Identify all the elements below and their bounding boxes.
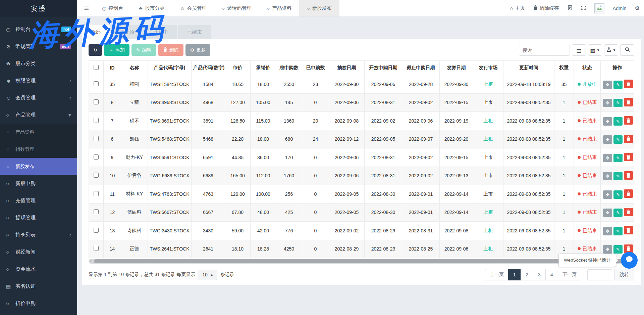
sidebar-item[interactable]: ☺会员管理‹	[0, 89, 77, 106]
sidebar-item[interactable]: ○持仓列表‹	[0, 226, 77, 243]
columns-button[interactable]: ▦▼	[588, 44, 602, 56]
row-edit-button[interactable]: ✎	[613, 99, 623, 107]
row-edit-button[interactable]: ✎	[613, 81, 623, 89]
cell-market[interactable]: 上柜	[473, 112, 503, 130]
row-checkbox[interactable]	[94, 81, 99, 86]
page-number-button[interactable]: 4	[545, 269, 558, 280]
copy-page-icon[interactable]	[568, 5, 573, 11]
sidebar-item[interactable]: ○折价申购	[0, 295, 77, 312]
topnav-item[interactable]: ☘股市分类	[131, 0, 172, 16]
row-edit-button[interactable]: ✎	[613, 154, 623, 162]
more-button[interactable]: ⚙更多	[185, 44, 211, 56]
row-move-button[interactable]: ✥	[603, 81, 612, 89]
cell-market[interactable]: 上柜	[473, 203, 503, 222]
page-number-button[interactable]: 1	[508, 269, 521, 280]
row-delete-button[interactable]	[624, 226, 633, 234]
per-page-select[interactable]: 10 ▲	[199, 270, 217, 280]
scrollbar-thumb[interactable]	[94, 259, 629, 263]
row-edit-button[interactable]: ✎	[613, 172, 623, 180]
row-delete-button[interactable]	[624, 80, 633, 88]
row-delete-button[interactable]	[624, 135, 633, 143]
row-checkbox[interactable]	[94, 246, 99, 251]
filter-tab[interactable]: 未开始	[111, 25, 144, 39]
export-button[interactable]: ▼	[604, 44, 618, 56]
detail-view-button[interactable]: ▤	[572, 44, 586, 56]
row-delete-button[interactable]	[624, 98, 633, 106]
sidebar-item[interactable]: ☘股市分类	[0, 55, 77, 72]
sidebar-item[interactable]: ○产品资料	[0, 124, 77, 141]
horizontal-scrollbar[interactable]: ‹ ›	[89, 259, 634, 264]
cell-market[interactable]: 上柜	[473, 75, 503, 94]
sidebar-item[interactable]: ○指数管理	[0, 141, 77, 158]
topnav-item[interactable]: ○新股发布	[299, 0, 339, 16]
filter-tab[interactable]: 全部	[82, 25, 110, 39]
cell-market[interactable]: 上柜	[473, 222, 503, 240]
row-delete-button[interactable]	[624, 171, 633, 180]
row-move-button[interactable]: ✥	[603, 135, 612, 144]
row-delete-button[interactable]	[624, 116, 633, 125]
next-page-button[interactable]: 下一页	[558, 269, 581, 280]
row-move-button[interactable]: ✥	[603, 245, 612, 254]
row-edit-button[interactable]: ✎	[613, 227, 623, 235]
settings-gears-icon[interactable]: ⚙	[635, 5, 640, 11]
topnav-item[interactable]: ○邀请码管理	[214, 0, 259, 16]
row-checkbox[interactable]	[94, 228, 99, 233]
scroll-left-icon[interactable]: ‹	[89, 258, 93, 263]
row-delete-button[interactable]	[624, 153, 633, 161]
row-checkbox[interactable]	[94, 118, 99, 123]
row-move-button[interactable]: ✥	[603, 99, 612, 107]
clear-cache-link[interactable]: 清除缓存	[533, 5, 559, 11]
sidebar-item[interactable]: ○财经新闻	[0, 243, 77, 261]
row-checkbox[interactable]	[94, 191, 99, 196]
row-checkbox[interactable]	[94, 136, 99, 141]
row-move-button[interactable]: ✥	[603, 172, 612, 180]
page-number-button[interactable]: 2	[521, 269, 533, 280]
row-delete-button[interactable]	[624, 244, 633, 253]
edit-button[interactable]: ✎编辑	[131, 44, 156, 56]
row-move-button[interactable]: ✥	[603, 190, 612, 199]
row-edit-button[interactable]: ✎	[613, 117, 623, 126]
row-move-button[interactable]: ✥	[603, 209, 612, 217]
page-number-button[interactable]: 3	[533, 269, 546, 280]
cell-market[interactable]: 上柜	[473, 240, 503, 258]
prev-page-button[interactable]: 上一页	[485, 269, 508, 280]
row-delete-button[interactable]	[624, 208, 633, 216]
sidebar-item[interactable]: ○产品管理▾	[0, 106, 77, 124]
row-move-button[interactable]: ✥	[603, 227, 612, 235]
sidebar-item[interactable]: ○提现管理	[0, 209, 77, 226]
username[interactable]: Admin	[613, 6, 627, 11]
jump-button[interactable]: 跳转	[614, 269, 634, 280]
jump-page-input[interactable]	[587, 269, 612, 280]
sidebar-item[interactable]: ○充值管理	[0, 192, 77, 209]
sidebar-item[interactable]: ☻权限管理‹	[0, 72, 77, 89]
home-link[interactable]: ⌂ 主页	[510, 5, 525, 11]
fullscreen-icon[interactable]	[581, 5, 586, 11]
avatar[interactable]	[594, 3, 604, 13]
row-checkbox[interactable]	[94, 173, 99, 178]
filter-tab[interactable]: 已结束	[178, 25, 211, 39]
select-all-checkbox[interactable]	[94, 65, 99, 70]
row-edit-button[interactable]: ✎	[613, 209, 623, 217]
sidebar-item[interactable]: ⚙常规管理new	[0, 38, 77, 55]
sidebar-item[interactable]: ○资金流水	[0, 261, 77, 278]
filter-tab[interactable]: 开放中	[145, 25, 177, 39]
row-delete-button[interactable]	[624, 189, 633, 198]
refresh-button[interactable]: ↻	[89, 44, 102, 56]
sidebar-item[interactable]: ▤实名认证	[0, 278, 77, 295]
search-button[interactable]	[620, 44, 634, 56]
cell-market[interactable]: 上柜	[473, 130, 503, 148]
sidebar-item[interactable]: ○新股申购	[0, 175, 77, 192]
topnav-item[interactable]: ○产品资料	[259, 0, 299, 16]
topnav-item[interactable]: ◷控制台	[94, 0, 131, 16]
row-move-button[interactable]: ✥	[603, 154, 612, 162]
row-edit-button[interactable]: ✎	[613, 135, 623, 144]
row-checkbox[interactable]	[94, 154, 99, 160]
row-edit-button[interactable]: ✎	[613, 190, 623, 199]
menu-toggle-icon[interactable]: ☰	[77, 5, 94, 12]
topnav-item[interactable]: ☺会员管理	[172, 0, 214, 16]
row-edit-button[interactable]: ✎	[613, 245, 623, 254]
sidebar-item[interactable]: ◷控制台hot	[0, 21, 77, 38]
row-checkbox[interactable]	[94, 99, 99, 104]
add-button[interactable]: ＋添加	[104, 44, 129, 56]
search-input[interactable]	[519, 45, 570, 56]
